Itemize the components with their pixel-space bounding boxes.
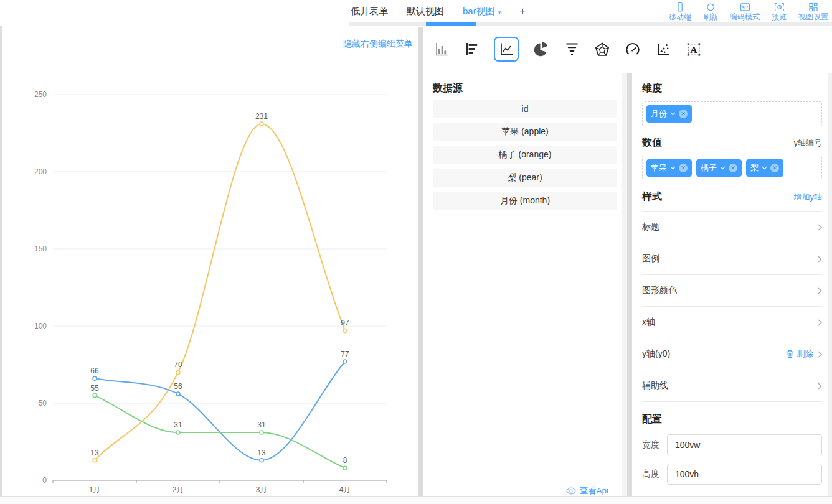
bar-chart-icon [433,42,449,57]
horizontal-bar-chart-icon [464,42,480,57]
tab-lowcode-form[interactable]: 低开表单 [351,6,388,17]
view-settings-icon [808,2,818,12]
view-api-link[interactable]: 查看Api [566,485,608,497]
svg-text:56: 56 [174,382,182,391]
field-orange[interactable]: 橘子 (orange) [433,146,617,164]
chevron-right-icon [818,224,822,231]
chevron-down-icon[interactable] [670,112,676,116]
svg-text:70: 70 [174,360,182,369]
svg-text:77: 77 [341,350,349,358]
navbar-tools: 移动端 刷新 编码模式 预览 视图设置 [669,0,828,22]
active-tab-underline [426,22,476,26]
chevron-right-icon [818,287,822,294]
metric-tag-apple[interactable]: 苹果 ✕ [646,159,692,177]
remove-tag-icon[interactable]: ✕ [729,164,737,172]
style-row-y-axis[interactable]: y轴(y0) 删除 [642,338,822,370]
hide-editor-menu-link[interactable]: 隐藏右侧编辑菜单 [343,39,413,50]
view-settings-button[interactable]: 视图设置 [798,2,828,21]
mobile-button[interactable]: 移动端 [669,2,691,21]
chart-type-bar[interactable] [433,41,449,57]
refresh-icon [706,2,716,12]
field-pear[interactable]: 梨 (pear) [433,169,617,187]
style-row-legend[interactable]: 图例 [642,243,822,275]
style-row-x-axis[interactable]: x轴 [642,307,822,338]
datasource-title: 数据源 [433,82,617,95]
metrics-dropzone[interactable]: 苹果 ✕ 橘子 ✕ 梨 ✕ [642,156,822,180]
datasource-column: 数据源 id 苹果 (apple) 橘子 (orange) 梨 (pear) 月… [423,73,627,504]
svg-text:31: 31 [257,421,266,429]
left-scrollbar-gutter[interactable] [0,26,2,496]
horizontal-scrollbar[interactable] [0,496,832,504]
svg-text:2月: 2月 [173,485,184,494]
field-id[interactable]: id [433,100,617,118]
metric-tag-orange[interactable]: 橘子 ✕ [696,159,742,177]
chart-type-horizontal-bar[interactable] [463,41,480,57]
remove-tag-icon[interactable]: ✕ [770,164,779,172]
style-list: 标题 图例 图形颜色 x轴 y轴(y0) 删除 [642,211,822,402]
y-axis-id-hint: y轴编号 [794,138,823,149]
chart-type-funnel[interactable] [564,41,580,57]
tab-default-view[interactable]: 默认视图 [407,6,444,17]
svg-text:231: 231 [255,112,268,121]
style-row-title[interactable]: 标题 [642,212,822,243]
chart-type-line[interactable] [494,37,519,62]
code-mode-icon [740,2,750,12]
style-row-guideline[interactable]: 辅助线 [642,370,822,402]
chart-type-pie[interactable] [533,41,549,57]
chevron-right-icon [818,319,822,326]
refresh-button[interactable]: 刷新 [703,2,718,21]
chevron-right-icon [818,351,822,358]
code-mode-button[interactable]: 编码模式 [730,2,760,21]
trash-icon [786,350,794,358]
gauge-chart-icon [625,42,641,57]
eye-icon [566,487,576,495]
top-navbar: 低开表单 默认视图 bar视图▾ + 移动端 刷新 编码模式 预览 视图设置 [0,0,832,22]
metrics-title: 数值 [642,136,662,149]
chevron-down-icon[interactable] [670,166,676,170]
remove-tag-icon[interactable]: ✕ [679,110,688,118]
remove-tag-icon[interactable]: ✕ [679,164,688,172]
chart-type-scatter[interactable] [655,41,671,57]
chart-canvas-panel: 0501001502002501月2月3月4月13702319766561377… [2,26,418,496]
height-input[interactable] [667,464,822,485]
svg-text:4月: 4月 [339,485,351,494]
svg-text:13: 13 [90,449,99,457]
chevron-down-icon[interactable] [720,166,726,170]
svg-text:A: A [690,44,697,54]
add-view-tab-button[interactable]: + [519,5,526,17]
delete-y-axis-button[interactable]: 删除 [786,348,813,360]
pie-chart-icon [533,41,549,57]
radar-chart-icon [594,42,610,57]
settings-scrollbar[interactable] [828,73,832,504]
text-element-icon: A [686,42,702,57]
chart-type-text[interactable]: A [686,41,702,57]
chart-type-radar[interactable] [594,41,610,57]
chevron-down-icon[interactable] [762,166,767,170]
field-apple[interactable]: 苹果 (apple) [433,123,617,141]
chevron-right-icon [818,256,822,263]
svg-text:13: 13 [257,449,266,457]
view-tabs: 低开表单 默认视图 bar视图▾ + [351,0,526,22]
chevron-right-icon [818,383,822,390]
add-y-axis-link[interactable]: 增加y轴 [794,192,823,203]
column-divider[interactable] [627,73,632,504]
settings-column: 维度 月份 ✕ 数值 y轴编号 苹果 ✕ 橘子 ✕ 梨 [632,73,832,504]
datasource-scrollbar[interactable] [622,73,627,504]
svg-text:66: 66 [90,366,99,375]
preview-button[interactable]: 预览 [772,2,787,21]
dimension-dropzone[interactable]: 月份 ✕ [642,101,822,126]
tab-bar-view[interactable]: bar视图▾ [463,6,501,17]
metric-tag-pear[interactable]: 梨 ✕ [746,159,783,177]
height-label: 高度 [642,469,659,480]
width-input[interactable] [667,434,822,455]
style-row-colors[interactable]: 图形颜色 [642,275,822,307]
svg-text:100: 100 [34,322,47,330]
canvas-editor-divider[interactable] [418,27,423,504]
svg-text:97: 97 [341,319,349,327]
line-chart[interactable]: 0501001502002501月2月3月4月13702319766561377… [2,26,418,496]
svg-text:250: 250 [34,90,47,99]
dimension-tag-month[interactable]: 月份 ✕ [646,105,692,123]
svg-text:200: 200 [34,167,47,176]
chart-type-gauge[interactable] [625,41,641,57]
field-month[interactable]: 月份 (month) [433,192,617,210]
